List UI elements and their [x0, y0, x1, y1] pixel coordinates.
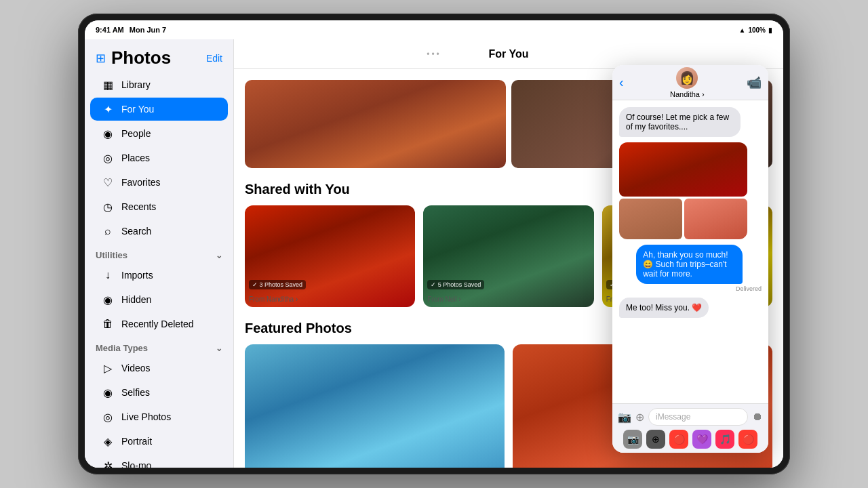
- sidebar-header: ⊞ Photos Edit: [85, 39, 233, 73]
- sidebar-item-places[interactable]: ◎ Places: [90, 146, 228, 169]
- message-text-1: Of course! Let me pick a few of my favor…: [626, 113, 729, 131]
- sidebar-label-places: Places: [121, 152, 150, 163]
- app-icons-row: 📷 ⊕ 🔴 💜 🎵 🔴: [618, 430, 763, 449]
- library-icon: ▦: [101, 78, 115, 92]
- message-input-placeholder: iMessage: [656, 412, 690, 422]
- people-icon: ◉: [101, 127, 115, 140]
- message-text-2: Ah, thank you so much! 😄 Such fun trips–…: [643, 250, 728, 279]
- message-bubble-2-container: Ah, thank you so much! 😄 Such fun trips–…: [636, 245, 762, 292]
- live-photos-icon: ◎: [101, 410, 115, 424]
- shared-item-2[interactable]: ✓ 5 Photos Saved From Neil ›: [423, 205, 593, 307]
- sidebar-label-favorites: Favorites: [121, 177, 161, 188]
- recents-icon: ◷: [101, 200, 115, 214]
- message-bubble-1: Of course! Let me pick a few of my favor…: [619, 107, 741, 137]
- sidebar-label-recents: Recents: [121, 201, 156, 212]
- utilities-section-header: Utilities ⌄: [85, 243, 233, 263]
- trash-icon: 🗑: [101, 317, 115, 331]
- for-you-icon: ✦: [101, 102, 115, 116]
- sidebar-label-people: People: [121, 128, 151, 139]
- favorites-icon: ♡: [101, 176, 115, 189]
- sidebar-item-people[interactable]: ◉ People: [90, 122, 228, 145]
- sidebar-label-imports: Imports: [121, 270, 153, 281]
- message-input[interactable]: iMessage: [648, 408, 748, 426]
- shared-badge-2: ✓ 5 Photos Saved: [427, 280, 484, 289]
- app-icon-camera[interactable]: 📷: [623, 430, 642, 449]
- contact-avatar: 👩: [676, 67, 698, 89]
- shared-item-1[interactable]: ✓ 3 Photos Saved From Nanditha ›: [245, 205, 415, 307]
- sidebar-item-recently-deleted[interactable]: 🗑 Recently Deleted: [90, 312, 228, 336]
- selfies-icon: ◉: [101, 386, 115, 399]
- top-photo-1[interactable]: [245, 80, 506, 168]
- edit-button[interactable]: Edit: [206, 53, 222, 64]
- sidebar-item-live-photos[interactable]: ◎ Live Photos: [90, 405, 228, 428]
- search-icon: ⌕: [101, 224, 115, 238]
- media-types-chevron-icon[interactable]: ⌄: [216, 344, 222, 353]
- shared-from-2: From Neil ›: [427, 296, 460, 303]
- messages-panel: ‹ 👩 Nanditha › 📹 Of course! Let me pick …: [612, 65, 768, 453]
- sidebar-title: Photos: [111, 47, 171, 68]
- sidebar-item-search[interactable]: ⌕ Search: [90, 220, 228, 243]
- featured-item-1[interactable]: [245, 344, 505, 468]
- status-time: 9:41 AM: [96, 26, 124, 34]
- sidebar-item-library[interactable]: ▦ Library: [90, 73, 228, 96]
- status-bar: 9:41 AM Mon Jun 7 ▲ 100% ▮: [85, 20, 783, 39]
- photos-nav-dots: •••: [427, 49, 441, 59]
- message-bubble-3: Me too! Miss you. ❤️: [619, 298, 709, 318]
- imports-icon: ↓: [101, 268, 115, 282]
- message-bubble-2: Ah, thank you so much! 😄 Such fun trips–…: [636, 245, 743, 284]
- sidebar-label-portrait: Portrait: [121, 436, 152, 447]
- apps-input-icon[interactable]: ⊕: [635, 411, 644, 424]
- portrait-icon: ◈: [101, 434, 115, 448]
- media-types-label: Media Types: [96, 343, 148, 353]
- sidebar-label-selfies: Selfies: [121, 387, 150, 398]
- app-icon-1[interactable]: 🔴: [669, 430, 688, 449]
- sidebar-toggle-icon[interactable]: ⊞: [96, 51, 106, 66]
- app-icon-music[interactable]: 🎵: [715, 430, 734, 449]
- sidebar-item-slo-mo[interactable]: ✲ Slo-mo: [90, 454, 228, 468]
- sidebar-label-search: Search: [121, 226, 151, 237]
- battery-icon: ▮: [768, 26, 772, 34]
- sidebar-label-slo-mo: Slo-mo: [121, 460, 151, 468]
- sidebar-item-recents[interactable]: ◷ Recents: [90, 195, 228, 218]
- message-delivered: Delivered: [636, 285, 762, 292]
- messages-input-area: 📷 ⊕ iMessage ⏺ 📷 ⊕ 🔴 💜 🎵 �: [612, 403, 768, 453]
- sidebar-label-recently-deleted: Recently Deleted: [121, 319, 194, 329]
- app-icon-memoji[interactable]: ⊕: [646, 430, 665, 449]
- photo-messages-grid: [619, 142, 747, 239]
- send-button[interactable]: ⏺: [752, 411, 763, 423]
- sidebar-item-imports[interactable]: ↓ Imports: [90, 264, 228, 287]
- messages-input-row: 📷 ⊕ iMessage ⏺: [618, 408, 763, 426]
- video-call-button[interactable]: 📹: [747, 75, 762, 90]
- battery-status: 100%: [748, 26, 766, 34]
- messages-header: ‹ 👩 Nanditha › 📹: [612, 65, 768, 100]
- sidebar-label-for-you: For You: [121, 104, 154, 115]
- sidebar: ⊞ Photos Edit ▦ Library ✦ For You ◉: [85, 39, 234, 468]
- status-date: Mon Jun 7: [130, 26, 166, 34]
- sidebar-item-videos[interactable]: ▷ Videos: [90, 357, 228, 380]
- sidebar-label-library: Library: [121, 79, 151, 90]
- sidebar-item-hidden[interactable]: ◉ Hidden: [90, 288, 228, 311]
- media-types-section-header: Media Types ⌄: [85, 336, 233, 356]
- messages-contact[interactable]: 👩 Nanditha ›: [628, 67, 747, 98]
- slo-mo-icon: ✲: [101, 459, 115, 468]
- utilities-chevron-icon[interactable]: ⌄: [216, 251, 222, 260]
- contact-name: Nanditha ›: [670, 90, 705, 98]
- sidebar-item-for-you[interactable]: ✦ For You: [90, 98, 228, 121]
- wifi-icon: ▲: [739, 26, 746, 34]
- sidebar-label-hidden: Hidden: [121, 294, 151, 305]
- photos-nav-title: For You: [489, 48, 529, 60]
- shared-from-1: From Nanditha ›: [249, 296, 298, 303]
- sidebar-label-live-photos: Live Photos: [121, 411, 171, 422]
- hidden-icon: ◉: [101, 293, 115, 306]
- messages-body: Of course! Let me pick a few of my favor…: [612, 100, 768, 403]
- app-icon-2[interactable]: 💜: [692, 430, 711, 449]
- sidebar-item-selfies[interactable]: ◉ Selfies: [90, 381, 228, 404]
- app-icon-3[interactable]: 🔴: [738, 430, 757, 449]
- sidebar-item-favorites[interactable]: ♡ Favorites: [90, 171, 228, 194]
- utilities-label: Utilities: [96, 250, 127, 260]
- messages-back-button[interactable]: ‹: [619, 75, 624, 90]
- sidebar-label-videos: Videos: [121, 363, 151, 373]
- shared-badge-1: ✓ 3 Photos Saved: [249, 280, 306, 289]
- sidebar-item-portrait[interactable]: ◈ Portrait: [90, 430, 228, 453]
- camera-input-icon[interactable]: 📷: [618, 411, 631, 424]
